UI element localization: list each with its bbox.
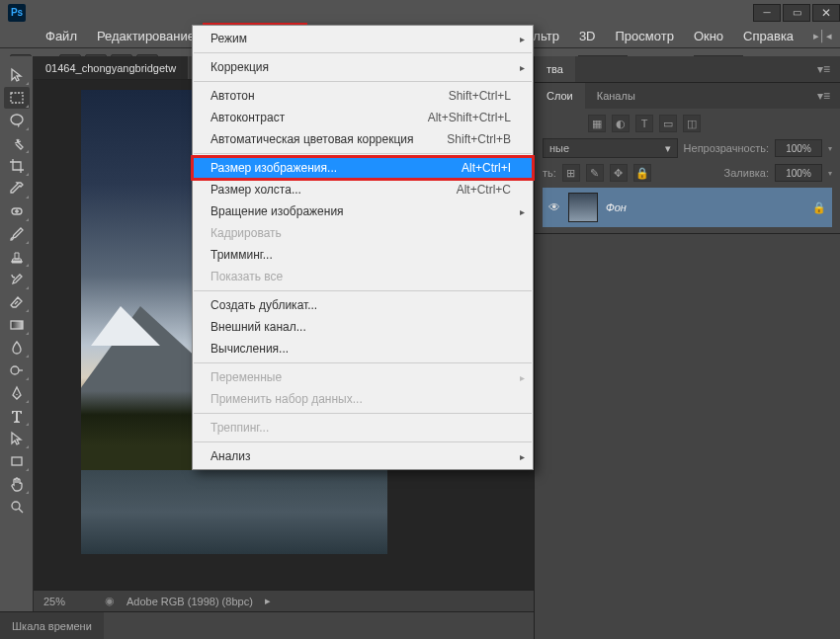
minimize-button[interactable]: ─ — [753, 4, 781, 22]
document-tab[interactable]: 01464_chongyangbridgetw — [34, 56, 189, 79]
opacity-drop-icon[interactable]: ▾ — [828, 144, 832, 153]
opacity-value[interactable]: 100% — [775, 139, 822, 157]
nav-icon[interactable]: ◉ — [105, 595, 115, 607]
pen-tool[interactable] — [4, 382, 30, 404]
menu-item[interactable]: Автоматическая цветовая коррекцияShift+C… — [193, 128, 533, 150]
history-tab[interactable]: тва — [535, 56, 575, 82]
menu-help[interactable]: Справка — [733, 25, 803, 47]
layer-name[interactable]: Фон — [606, 201, 627, 213]
menu-item[interactable]: АвтотонShift+Ctrl+L — [193, 85, 533, 107]
rectangle-tool[interactable] — [4, 450, 30, 472]
menu-item-label: Размер холста... — [210, 183, 301, 197]
menu-item[interactable]: Размер изображения...Alt+Ctrl+I — [193, 157, 533, 179]
menu-item: Кадрировать — [193, 222, 533, 244]
menu-item-label: Вращение изображения — [210, 204, 344, 218]
marquee-tool[interactable] — [4, 87, 30, 109]
panel-menu-icon[interactable]: ▾≡ — [813, 89, 834, 103]
eyedropper-tool[interactable] — [4, 178, 30, 200]
menu-item[interactable]: Внешний канал... — [193, 316, 533, 338]
filter-image-icon[interactable]: ▦ — [588, 115, 606, 132]
type-tool[interactable] — [4, 405, 30, 427]
menu-separator — [194, 290, 532, 291]
visibility-icon[interactable]: 👁 — [548, 200, 560, 214]
move-tool[interactable] — [4, 64, 30, 86]
layers-tab[interactable]: Слои — [535, 83, 585, 109]
menu-item: Показать все — [193, 266, 533, 287]
menu-item[interactable]: Размер холста...Alt+Ctrl+C — [193, 179, 533, 200]
fill-value[interactable]: 100% — [775, 164, 822, 182]
menu-item[interactable]: Режим — [193, 28, 533, 49]
menu-item-label: Размер изображения... — [210, 161, 337, 175]
clone-stamp-tool[interactable] — [4, 246, 30, 268]
layer-thumbnail[interactable] — [568, 193, 598, 222]
history-brush-tool[interactable] — [4, 269, 30, 290]
channels-tab[interactable]: Каналы — [585, 83, 647, 109]
profile-more-icon[interactable]: ▸ — [265, 595, 271, 607]
menu-item[interactable]: АвтоконтрастAlt+Shift+Ctrl+L — [193, 107, 533, 128]
lock-position-icon[interactable]: ✥ — [610, 164, 628, 182]
menu-edit[interactable]: Редактирование — [87, 25, 205, 47]
menu-view[interactable]: Просмотр — [606, 25, 684, 47]
layer-row[interactable]: 👁 Фон 🔒 — [543, 188, 832, 227]
svg-rect-0 — [11, 93, 23, 103]
menu-item: Применить набор данных... — [193, 388, 533, 410]
lock-paint-icon[interactable]: ✎ — [586, 164, 604, 182]
menu-item-label: Применить набор данных... — [210, 392, 363, 406]
menu-item-label: Анализ — [210, 449, 251, 463]
filter-type-icon[interactable]: T — [635, 115, 653, 132]
opacity-label: Непрозрачность: — [684, 142, 769, 154]
brush-tool[interactable] — [4, 223, 30, 245]
lock-icon[interactable]: 🔒 — [812, 201, 826, 214]
app-logo: Ps — [8, 4, 26, 22]
menu-file[interactable]: Файл — [36, 25, 87, 47]
close-button[interactable]: ✕ — [812, 4, 840, 22]
menu-item[interactable]: Вращение изображения — [193, 200, 533, 222]
maximize-button[interactable]: ▭ — [783, 4, 810, 22]
filter-adjust-icon[interactable]: ◐ — [612, 115, 630, 132]
magic-wand-tool[interactable] — [4, 132, 30, 154]
fill-drop-icon[interactable]: ▾ — [828, 169, 832, 178]
filter-shape-icon[interactable]: ▭ — [659, 115, 677, 132]
fill-label: Заливка: — [724, 167, 769, 179]
blur-tool[interactable] — [4, 337, 30, 359]
collapse-panels-icon[interactable]: ▸│◂ — [803, 25, 840, 47]
menu-separator — [194, 81, 532, 82]
path-selection-tool[interactable] — [4, 428, 30, 449]
panel-menu-icon[interactable]: ▾≡ — [813, 62, 834, 76]
lasso-tool[interactable] — [4, 110, 30, 131]
zoom-tool[interactable] — [4, 496, 30, 518]
lock-transparency-icon[interactable]: ⊞ — [562, 164, 580, 182]
menu-item-shortcut: Alt+Ctrl+C — [457, 183, 511, 197]
dodge-tool[interactable] — [4, 359, 30, 381]
menu-item-label: Кадрировать — [210, 226, 282, 240]
healing-brush-tool[interactable] — [4, 200, 30, 222]
crop-tool[interactable] — [4, 155, 30, 177]
menu-item[interactable]: Анализ — [193, 445, 533, 467]
menu-item-shortcut: Shift+Ctrl+B — [447, 132, 511, 146]
filter-smart-icon[interactable]: ◫ — [683, 115, 701, 132]
menu-item-label: Тримминг... — [210, 248, 273, 262]
menu-item-shortcut: Alt+Ctrl+I — [462, 161, 511, 175]
menu-window[interactable]: Окно — [684, 25, 733, 47]
menu-item[interactable]: Создать дубликат... — [193, 294, 533, 316]
eraser-tool[interactable] — [4, 291, 30, 313]
menu-separator — [194, 153, 532, 154]
history-panel: тва ▾≡ — [535, 56, 840, 83]
menu-item-label: Внешний канал... — [210, 320, 306, 334]
menu-item[interactable]: Тримминг... — [193, 244, 533, 266]
menu-item[interactable]: Вычисления... — [193, 338, 533, 359]
menu-item-shortcut: Alt+Shift+Ctrl+L — [428, 111, 511, 124]
menu-item-label: Переменные — [210, 370, 282, 384]
menu-item[interactable]: Коррекция — [193, 56, 533, 78]
svg-rect-4 — [12, 457, 22, 465]
blend-mode-select[interactable]: ные▾ — [543, 138, 678, 158]
window-controls: ─ ▭ ✕ — [751, 4, 840, 22]
hand-tool[interactable] — [4, 473, 30, 495]
menu-3d[interactable]: 3D — [569, 25, 606, 47]
timeline-tab[interactable]: Шкала времени — [0, 612, 104, 639]
lock-all-icon[interactable]: 🔒 — [633, 164, 651, 182]
zoom-level[interactable]: 25% — [43, 596, 93, 607]
gradient-tool[interactable] — [4, 314, 30, 336]
menu-item-label: Автоконтраст — [210, 111, 285, 124]
image-menu-dropdown: РежимКоррекцияАвтотонShift+Ctrl+LАвтокон… — [192, 25, 534, 470]
